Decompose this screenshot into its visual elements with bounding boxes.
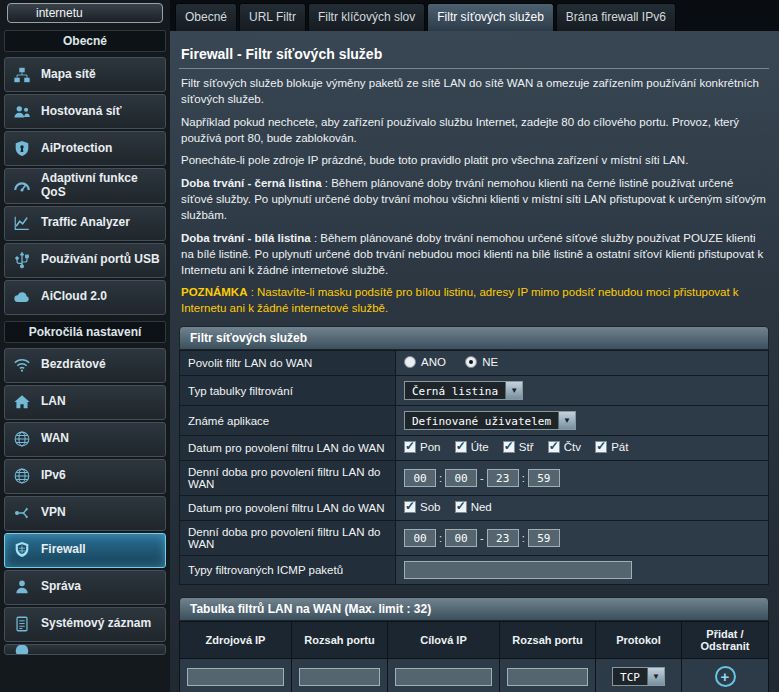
checkbox-thu[interactable]: Čtv (548, 441, 581, 453)
tab-filtr-sitovych-sluzeb[interactable]: Filtr síťových služeb (427, 3, 554, 31)
checkbox-wed-label: Stř (519, 441, 534, 453)
tab-obecne[interactable]: Obecné (175, 3, 237, 31)
sidebar: internetu Obecné Mapa sítě Hostovaná síť… (0, 0, 170, 692)
sidebar-item-network-map[interactable]: Mapa sítě (4, 57, 166, 92)
weekday-time-label: Denní doba pro povolení filtru LAN do WA… (180, 461, 396, 496)
table-type-value: Černá listina (405, 382, 505, 399)
icmp-control (396, 556, 769, 585)
destination-ip-cell (388, 659, 500, 692)
radio-no-label: NE (482, 356, 498, 368)
checkbox-mon[interactable]: Pon (404, 441, 440, 453)
protocol-value: TCP (613, 668, 647, 685)
destination-ip-input[interactable] (395, 668, 492, 686)
sidebar-item-aicloud[interactable]: AiCloud 2.0 (4, 280, 166, 315)
header-port-range-1: Rozsah portu (292, 622, 388, 659)
header-add-remove: Přidat / Odstranit (682, 622, 769, 659)
source-ip-input[interactable] (187, 668, 284, 686)
sidebar-section-general: Obecné (4, 30, 166, 52)
sidebar-item-partial[interactable] (4, 644, 166, 655)
sidebar-item-aiprotection[interactable]: AiProtection (4, 131, 166, 166)
firewall-shield-icon (9, 541, 35, 559)
sidebar-item-vpn[interactable]: VPN (4, 496, 166, 531)
tab-url-filtr[interactable]: URL Filtr (239, 3, 306, 31)
time-separator: : (522, 472, 525, 484)
weekend-start-hour-input[interactable] (404, 529, 436, 547)
checkbox-mon-label: Pon (420, 441, 440, 453)
weekend-start-minute-input[interactable] (445, 529, 477, 547)
checkbox-tue[interactable]: Úte (455, 441, 489, 453)
sidebar-item-traffic-analyzer[interactable]: Traffic Analyzer (4, 206, 166, 241)
radio-yes[interactable]: ANO (404, 356, 446, 368)
icmp-types-input[interactable] (404, 561, 632, 579)
checkbox-sun[interactable]: Ned (455, 501, 492, 513)
checkbox-sun-label: Ned (471, 501, 492, 513)
sidebar-item-label: IPv6 (41, 469, 66, 483)
header-destination-ip: Cílová IP (388, 622, 500, 659)
sidebar-item-guest-network[interactable]: Hostovaná síť (4, 94, 166, 129)
checkbox-wed[interactable]: Stř (503, 441, 534, 453)
known-apps-control: Definované uživatelem▼ (396, 406, 769, 436)
sidebar-item-adaptive-qos[interactable]: Adaptivní funkce QoS (4, 168, 166, 204)
checkbox-fri[interactable]: Pát (595, 441, 628, 453)
time-range-dash: - (480, 472, 484, 484)
weekend-time-control: :-: (396, 521, 769, 556)
sidebar-item-wan[interactable]: WAN (4, 422, 166, 457)
sidebar-item-ipv6[interactable]: IPv6 (4, 459, 166, 494)
section-title-network-services-filter: Filtr síťových služeb (179, 326, 769, 350)
sidebar-item-label: WAN (41, 432, 69, 446)
sidebar-item-label: Používání portů USB (41, 253, 160, 267)
weekend-date-label: Datum pro povolení filtru LAN do WAN (180, 496, 396, 521)
weekday-start-hour-input[interactable] (404, 469, 436, 487)
chart-icon (9, 214, 35, 232)
sidebar-item-system-log[interactable]: Systémový záznam (4, 607, 166, 642)
tab-brana-firewall-ipv6[interactable]: Brána firewall IPv6 (556, 3, 676, 31)
table-type-select[interactable]: Černá listina▼ (404, 381, 523, 400)
network-map-icon (9, 66, 35, 84)
protocol-select[interactable]: TCP▼ (612, 667, 665, 686)
enable-filter-control: ANO NE (396, 351, 769, 376)
sidebar-item-label: Mapa sítě (41, 68, 96, 82)
time-separator: : (439, 472, 442, 484)
source-port-range-input[interactable] (299, 668, 381, 686)
add-remove-cell: + (682, 659, 769, 692)
radio-yes-label: ANO (421, 356, 446, 368)
sidebar-item-label: Firewall (41, 543, 86, 557)
sidebar-item-lan[interactable]: LAN (4, 385, 166, 420)
checkbox-sat[interactable]: Sob (404, 501, 440, 513)
checkbox-sat-label: Sob (420, 501, 440, 513)
chevron-down-icon: ▼ (647, 668, 664, 685)
cloud-icon (9, 288, 35, 306)
sidebar-item-wireless[interactable]: Bezdrátové (4, 348, 166, 383)
table-row: Typy filtrovaných ICMP paketů (180, 556, 769, 585)
quick-internet-setup-button[interactable]: internetu (7, 3, 163, 23)
weekend-end-hour-input[interactable] (487, 529, 519, 547)
table-row: Typ tabulky filtrování Černá listina▼ (180, 376, 769, 406)
sidebar-item-label: LAN (41, 395, 66, 409)
tools-icon (9, 644, 35, 655)
weekday-start-minute-input[interactable] (445, 469, 477, 487)
weekday-end-minute-input[interactable] (528, 469, 560, 487)
weekend-time-label: Denní doba pro povolení filtru LAN do WA… (180, 521, 396, 556)
sidebar-item-usb[interactable]: Používání portů USB (4, 243, 166, 278)
sidebar-item-firewall[interactable]: Firewall (4, 533, 166, 568)
weekend-end-minute-input[interactable] (528, 529, 560, 547)
title-divider (179, 68, 769, 69)
note-text: : Nastavíte-li masku podsítě pro bílou l… (181, 286, 739, 314)
main-area: Obecné URL Filtr Filtr klíčových slov Fi… (170, 0, 779, 692)
note-label: POZNÁMKA (181, 286, 247, 298)
destination-port-range-input[interactable] (507, 668, 589, 686)
known-apps-label: Známé aplikace (180, 406, 396, 436)
known-apps-select[interactable]: Definované uživatelem▼ (404, 411, 576, 430)
sidebar-item-label: Bezdrátové (41, 358, 106, 372)
checkbox-checked-icon (404, 441, 416, 453)
sidebar-item-administration[interactable]: Správa (4, 570, 166, 605)
sidebar-item-label: AiProtection (41, 142, 112, 156)
radio-no[interactable]: NE (465, 356, 498, 368)
checkbox-checked-icon (455, 501, 467, 513)
add-rule-button[interactable]: + (715, 666, 736, 687)
weekday-end-hour-input[interactable] (487, 469, 519, 487)
sidebar-item-label: VPN (41, 506, 66, 520)
sidebar-item-label: Traffic Analyzer (41, 216, 130, 230)
page-title: Firewall - Filtr síťových služeb (181, 46, 769, 62)
tab-filtr-klicovych-slov[interactable]: Filtr klíčových slov (308, 3, 425, 31)
